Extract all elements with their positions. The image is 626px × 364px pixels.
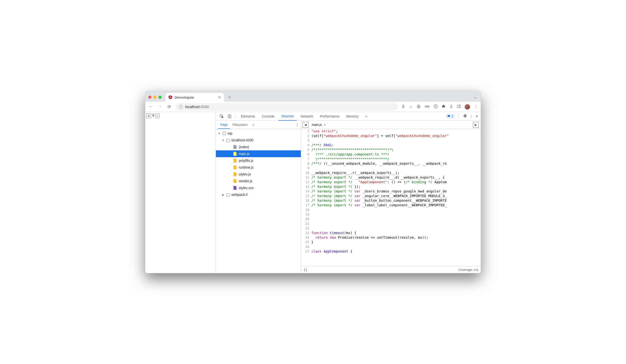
code-content: function timeout(ms) { — [311, 231, 481, 235]
line-number[interactable]: 18 — [301, 208, 311, 212]
line-number[interactable]: 19 — [301, 212, 311, 217]
line-number[interactable]: 12 — [301, 180, 311, 184]
line-number[interactable]: 27 — [301, 249, 311, 254]
tree-item[interactable]: ▼top — [216, 130, 301, 137]
line-number[interactable]: 17 — [301, 203, 311, 208]
devtools-tab-elements[interactable]: Elements — [238, 112, 258, 120]
navigator-kebab-icon[interactable]: ⋮ — [296, 123, 299, 127]
reload-button[interactable]: ⟳ — [166, 104, 172, 110]
devtools-tab-sources[interactable]: Sources — [278, 112, 297, 121]
line-number[interactable]: 4 — [301, 143, 311, 147]
site-info-icon[interactable]: i — [179, 105, 183, 109]
line-number[interactable]: 15 — [301, 194, 311, 198]
line-number[interactable]: 10 — [301, 171, 311, 175]
line-number[interactable]: 13 — [301, 184, 311, 189]
inspect-element-icon[interactable] — [218, 113, 225, 120]
labs-icon[interactable] — [450, 104, 453, 109]
issues-badge[interactable]: 1 — [446, 114, 455, 118]
navigator-tab-page[interactable]: Page — [218, 121, 230, 129]
glasses-icon[interactable] — [425, 105, 430, 109]
code-content: \**********************************/ — [311, 157, 481, 161]
line-number[interactable]: 16 — [301, 198, 311, 203]
editor-tab[interactable]: main.js × — [309, 121, 328, 129]
css-file-icon — [234, 186, 237, 190]
browser-window: DemoAngular ✕ + ⌄ ← → ⟳ i localhost:4200… — [145, 91, 481, 273]
tree-item[interactable]: styles.css — [216, 184, 301, 191]
minimize-window-icon[interactable] — [153, 96, 156, 99]
code-content: (self["webpackChunkdemo_angular"] = self… — [311, 134, 481, 138]
bookmark-icon[interactable]: ☆ — [409, 104, 413, 109]
incognito-icon[interactable] — [416, 104, 421, 109]
tree-item-label: top — [228, 131, 232, 135]
tree-item[interactable]: ▶webpack:// — [216, 191, 301, 198]
devtools-tab-network[interactable]: Network — [298, 112, 316, 120]
devtools-kebab-icon[interactable]: ⋮ — [470, 114, 473, 118]
device-toolbar-icon[interactable] — [226, 113, 233, 120]
line-number[interactable]: 11 — [301, 175, 311, 180]
devtools-tab-overflow[interactable]: » — [362, 112, 370, 120]
line-number[interactable]: 14 — [301, 189, 311, 194]
extension-dot-icon[interactable] — [433, 104, 438, 109]
line-number[interactable]: 8 — [301, 161, 311, 166]
tree-item[interactable]: (index) — [216, 144, 301, 150]
close-tab-icon[interactable]: ✕ — [218, 95, 221, 99]
code-content: } — [311, 240, 481, 245]
code-line: 9 — [301, 166, 481, 171]
code-line: 3 — [301, 138, 481, 143]
tabs-chevron-down-icon[interactable]: ⌄ — [474, 95, 477, 99]
kebab-menu-icon[interactable]: ⋮ — [474, 104, 478, 109]
line-number[interactable]: 5 — [301, 147, 311, 152]
disclosure-triangle-icon[interactable]: ▼ — [218, 132, 221, 135]
increment-button[interactable]: + — [146, 113, 151, 118]
sidepanel-icon[interactable] — [457, 104, 461, 109]
line-number[interactable]: 24 — [301, 235, 311, 240]
devtools-tab-console[interactable]: Console — [259, 112, 277, 120]
line-number[interactable]: 3 — [301, 138, 311, 143]
debugger-toggle-icon[interactable]: ▶ — [473, 122, 479, 128]
address-bar[interactable]: i localhost:4200 — [175, 103, 398, 110]
code-content: !*** ./src/app/app.component.ts ***! — [311, 152, 481, 157]
tree-item[interactable]: polyfills.js — [216, 157, 301, 164]
svg-point-1 — [418, 106, 418, 107]
code-content: /* harmony import */ var _label_label_co… — [311, 203, 481, 208]
tree-item[interactable]: vendor.js — [216, 178, 301, 184]
line-number[interactable]: 7 — [301, 157, 311, 161]
line-number[interactable]: 1 — [301, 129, 311, 134]
line-number[interactable]: 26 — [301, 245, 311, 249]
navigator-toggle-icon[interactable]: ◀ — [303, 122, 308, 128]
browser-tab[interactable]: DemoAngular ✕ — [165, 93, 224, 102]
pretty-print-button[interactable]: {} — [304, 268, 307, 272]
line-number[interactable]: 2 — [301, 134, 311, 138]
tree-item[interactable]: ▼localhost:4200 — [216, 137, 301, 144]
line-number[interactable]: 21 — [301, 221, 311, 226]
settings-gear-icon[interactable] — [463, 114, 467, 119]
navigator-tab-overflow[interactable]: » — [250, 121, 257, 129]
tree-item[interactable]: main.js — [216, 150, 301, 157]
extensions-icon[interactable] — [442, 104, 446, 109]
line-number[interactable]: 22 — [301, 226, 311, 231]
tree-item[interactable]: runtime.js — [216, 164, 301, 171]
line-number[interactable]: 9 — [301, 166, 311, 171]
devtools-close-icon[interactable]: ✕ — [475, 114, 478, 118]
code-content: "use strict"; — [311, 129, 481, 134]
line-number[interactable]: 6 — [301, 152, 311, 157]
close-window-icon[interactable] — [148, 96, 151, 99]
navigator-tab-filesystem[interactable]: Filesystem — [230, 121, 250, 129]
line-number[interactable]: 23 — [301, 231, 311, 235]
new-tab-button[interactable]: + — [226, 94, 233, 101]
tree-item[interactable]: styles.js — [216, 171, 301, 178]
editor-pane: ◀ main.js × ▶ 1"use strict";2(self["webp… — [301, 121, 481, 273]
profile-avatar[interactable] — [465, 104, 470, 109]
devtools-tab-performance[interactable]: Performance — [317, 112, 342, 120]
maximize-window-icon[interactable] — [158, 96, 162, 99]
line-number[interactable]: 25 — [301, 240, 311, 245]
line-number[interactable]: 20 — [301, 217, 311, 221]
code-editor[interactable]: 1"use strict";2(self["webpackChunkdemo_a… — [301, 129, 481, 266]
back-button[interactable]: ← — [148, 104, 154, 110]
disclosure-triangle-icon[interactable]: ▼ — [222, 139, 225, 142]
disclosure-triangle-icon[interactable]: ▶ — [222, 193, 225, 196]
editor-tab-close-icon[interactable]: × — [324, 123, 326, 127]
devtools-tab-memory[interactable]: Memory — [343, 112, 362, 120]
share-icon[interactable] — [401, 104, 405, 109]
decrement-button[interactable]: - — [156, 113, 160, 118]
